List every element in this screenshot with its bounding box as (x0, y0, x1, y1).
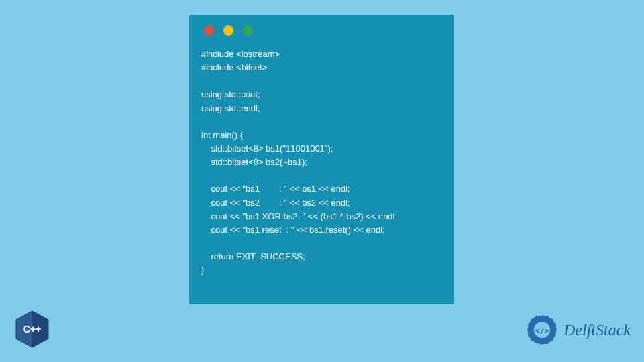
cpp-badge-label: C++ (23, 324, 41, 335)
cpp-badge: C++ (15, 310, 52, 351)
code-window: #include <iostream> #include <bitset> us… (189, 15, 454, 304)
traffic-light-red-icon (204, 25, 214, 36)
window-traffic-lights (201, 25, 442, 36)
delftstack-logo: </> DelftStack (525, 312, 631, 347)
code-content: #include <iostream> #include <bitset> us… (201, 48, 442, 277)
svg-text:</>: </> (535, 326, 549, 335)
cpp-hexagon-icon: C++ (15, 310, 50, 349)
delftstack-emblem-icon: </> (525, 312, 559, 347)
traffic-light-green-icon (243, 25, 253, 36)
delftstack-logo-text: DelftStack (564, 321, 631, 339)
traffic-light-yellow-icon (223, 25, 233, 36)
